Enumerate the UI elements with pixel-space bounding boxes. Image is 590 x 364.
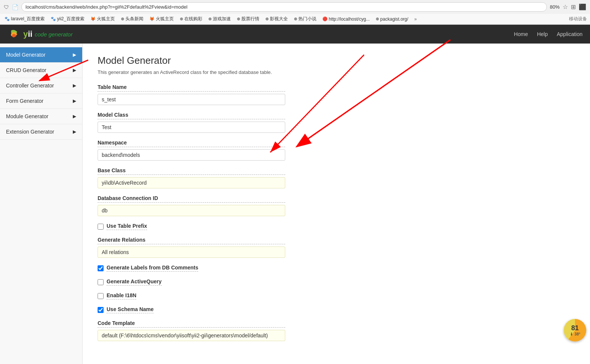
- sidebar-label-controller: Controller Generator: [6, 83, 54, 89]
- generate-relations-input[interactable]: [98, 247, 285, 258]
- sidebar-label-model: Model Generator: [6, 52, 45, 58]
- generate-labels-checkbox[interactable]: [98, 265, 104, 271]
- main-layout: Model Generator ▶ CRUD Generator ▶ Contr…: [0, 44, 590, 364]
- bookmark-icon-yii2: 🐾: [51, 17, 56, 21]
- generate-activequery-checkbox[interactable]: [98, 279, 104, 285]
- bookmark-icon-stocks: ⊕: [237, 17, 240, 21]
- sidebar-item-model[interactable]: Model Generator ▶: [0, 47, 82, 63]
- bookmark-localhost[interactable]: 🔴 http://localhost/cyg...: [321, 16, 371, 23]
- use-table-prefix-label: Use Table Prefix: [107, 223, 147, 230]
- nav-home[interactable]: Home: [514, 31, 528, 37]
- bookmark-lottery[interactable]: ⊕ 在线购彩: [178, 15, 204, 23]
- model-class-group: Model Class: [98, 112, 285, 133]
- chevron-right-icon-extension: ▶: [73, 129, 76, 134]
- url-bar[interactable]: [21, 2, 547, 12]
- use-schema-name-checkbox[interactable]: [98, 307, 104, 313]
- namespace-group: Namespace: [98, 140, 285, 161]
- sidebar-label-module: Module Generator: [6, 113, 48, 119]
- bookmark-novel[interactable]: ⊕ 热门小说: [292, 15, 318, 23]
- menu-icon[interactable]: ⬛: [579, 3, 586, 11]
- nav-application[interactable]: Application: [557, 31, 583, 37]
- namespace-label: Namespace: [98, 140, 285, 147]
- page-description: This generator generates an ActiveRecord…: [98, 69, 575, 75]
- page-icon: 📄: [12, 4, 18, 10]
- generate-relations-group: Generate Relations: [98, 237, 285, 258]
- extension-icon[interactable]: ⊞: [571, 3, 576, 11]
- generate-activequery-label: Generate ActiveQuery: [107, 278, 162, 286]
- app-logo: yii code generator: [8, 27, 72, 41]
- bookmark-game[interactable]: ⊕ 游戏加速: [207, 15, 232, 23]
- browser-toolbar: 🛡 📄 80% ☆ ⊞ ⬛: [0, 0, 590, 14]
- shield-icon: 🛡: [4, 4, 9, 10]
- nav-links: Home Help Application: [514, 31, 582, 37]
- mobile-label: 移动设备: [569, 16, 587, 22]
- enable-i18n-checkbox[interactable]: [98, 293, 104, 299]
- base-class-group: Base Class: [98, 167, 285, 188]
- sidebar-item-extension[interactable]: Extension Generator ▶: [0, 124, 82, 140]
- bookmark-firefox2[interactable]: 🦊 火狐主页: [148, 15, 175, 23]
- chevron-right-icon-form: ▶: [73, 98, 76, 104]
- sidebar-label-form: Form Generator: [6, 98, 44, 104]
- base-class-input[interactable]: [98, 177, 285, 188]
- browser-chrome: 🛡 📄 80% ☆ ⊞ ⬛ 🐾 laravel_百度搜索 🐾 yii2_百度搜索…: [0, 0, 590, 25]
- bookmarks-bar: 🐾 laravel_百度搜索 🐾 yii2_百度搜索 🦊 火狐主页 ⊕ 头条新闻…: [0, 14, 590, 24]
- bookmark-icon-video: ⊕: [265, 17, 269, 21]
- code-template-input[interactable]: [98, 330, 285, 341]
- bookmark-laravel[interactable]: 🐾 laravel_百度搜索: [3, 15, 46, 23]
- nav-help[interactable]: Help: [537, 31, 548, 37]
- model-class-input[interactable]: [98, 122, 285, 133]
- bookmark-yii2[interactable]: 🐾 yii2_百度搜索: [49, 15, 86, 23]
- sidebar-item-crud[interactable]: CRUD Generator ▶: [0, 63, 82, 78]
- sidebar-label-extension: Extension Generator: [6, 129, 54, 135]
- namespace-input[interactable]: [98, 149, 285, 161]
- bookmark-toutiao[interactable]: ⊕ 头条新闻: [119, 15, 145, 23]
- use-table-prefix-checkbox[interactable]: [98, 224, 104, 230]
- db-connection-input[interactable]: [98, 205, 285, 216]
- sidebar-item-form[interactable]: Form Generator ▶: [0, 93, 82, 109]
- table-name-label: Table Name: [98, 84, 285, 92]
- star-icon[interactable]: ☆: [563, 3, 568, 11]
- generate-labels-group: Generate Labels from DB Comments: [98, 265, 285, 272]
- more-bookmarks[interactable]: »: [414, 17, 417, 22]
- bookmark-icon-game: ⊕: [208, 17, 212, 21]
- bookmark-icon-lottery: ⊕: [180, 17, 183, 21]
- bookmark-icon-packagist: ⊕: [376, 17, 379, 21]
- generate-relations-label: Generate Relations: [98, 237, 285, 244]
- generate-labels-label: Generate Labels from DB Comments: [107, 265, 198, 272]
- use-schema-name-group: Use Schema Name: [98, 306, 285, 313]
- db-connection-label: Database Connection ID: [98, 195, 285, 203]
- bookmark-packagist[interactable]: ⊕ packagist.org/: [374, 16, 410, 23]
- weather-widget: 81 🌡 38°: [564, 319, 586, 341]
- sidebar-label-crud: CRUD Generator: [6, 67, 46, 73]
- model-class-label: Model Class: [98, 112, 285, 119]
- table-name-input[interactable]: [98, 94, 285, 105]
- yii-logo-icon: [8, 27, 21, 41]
- sidebar-item-module[interactable]: Module Generator ▶: [0, 109, 82, 124]
- use-table-prefix-group: Use Table Prefix: [98, 223, 285, 230]
- bookmark-icon-toutiao: ⊕: [121, 17, 124, 21]
- bookmark-icon-ff1: 🦊: [90, 17, 96, 21]
- bookmark-stocks[interactable]: ⊕ 股票行情: [235, 15, 261, 23]
- enable-i18n-label: Enable I18N: [107, 292, 136, 299]
- bookmark-icon-laravel: 🐾: [5, 17, 10, 21]
- code-template-group: Code Template: [98, 320, 285, 341]
- bookmark-video[interactable]: ⊕ 影视大全: [264, 15, 289, 23]
- chevron-right-icon-module: ▶: [73, 114, 76, 119]
- db-connection-group: Database Connection ID: [98, 195, 285, 216]
- sidebar: Model Generator ▶ CRUD Generator ▶ Contr…: [0, 44, 83, 364]
- weather-detail: 🌡 38°: [570, 332, 580, 336]
- sidebar-item-controller[interactable]: Controller Generator ▶: [0, 78, 82, 93]
- page-title: Model Generator: [98, 55, 575, 66]
- base-class-label: Base Class: [98, 167, 285, 175]
- chevron-right-icon-controller: ▶: [73, 83, 76, 88]
- app-navbar: yii code generator Home Help Application: [0, 25, 590, 44]
- chevron-right-icon-model: ▶: [73, 52, 76, 57]
- logo-yii-text: yii: [23, 29, 32, 39]
- table-name-group: Table Name: [98, 84, 285, 105]
- content-area: Model Generator This generator generates…: [83, 44, 590, 364]
- temperature: 81: [571, 324, 579, 332]
- bookmark-icon-ff2: 🦊: [149, 17, 155, 21]
- chevron-right-icon-crud: ▶: [73, 68, 76, 73]
- bookmark-firefox1[interactable]: 🦊 火狐主页: [89, 15, 116, 23]
- zoom-level: 80%: [550, 4, 560, 10]
